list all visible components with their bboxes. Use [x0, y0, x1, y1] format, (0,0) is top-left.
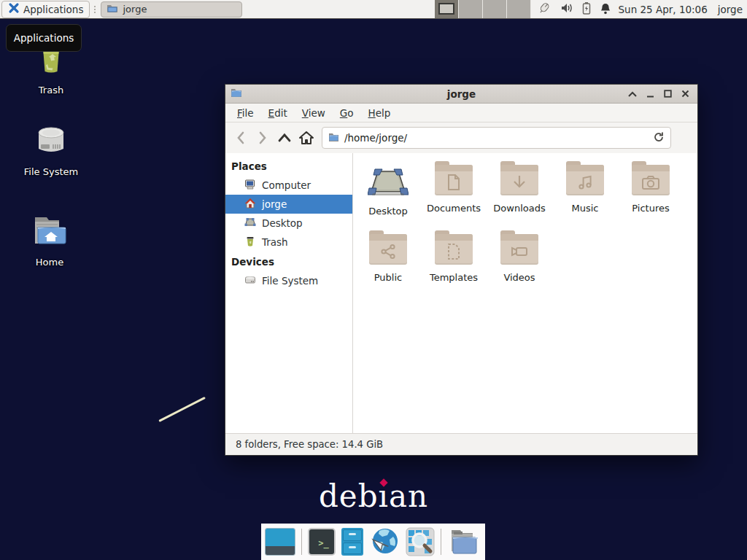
- path-bar[interactable]: /home/jorge/: [322, 127, 671, 149]
- music-folder-icon: [566, 165, 604, 195]
- file-item-documents[interactable]: Documents: [421, 165, 487, 214]
- videos-folder-icon: [500, 234, 538, 265]
- sidebar-places-header: Places: [225, 156, 352, 176]
- panel-handle[interactable]: [92, 3, 98, 16]
- path-input[interactable]: /home/jorge/: [344, 132, 648, 144]
- desktop-icon: [368, 165, 409, 198]
- statusbar-text: 8 folders, Free space: 14.4 GiB: [236, 439, 383, 450]
- show-desktop-icon[interactable]: [265, 528, 295, 556]
- sidebar-item-desktop[interactable]: Desktop: [225, 214, 352, 233]
- sidebar: Places Computer jorge Desktop Trash Devi…: [225, 153, 353, 433]
- templates-folder-icon: [435, 234, 473, 265]
- dock-separator: [301, 529, 302, 555]
- pictures-folder-icon: [632, 165, 670, 195]
- workspace-switcher[interactable]: [435, 0, 531, 18]
- sidebar-item-computer[interactable]: Computer: [225, 176, 352, 195]
- file-item-downloads[interactable]: Downloads: [487, 165, 552, 214]
- terminal-icon[interactable]: >_: [308, 528, 336, 556]
- desktop-icon: [244, 217, 256, 230]
- workspace-window-thumb: [438, 3, 454, 15]
- panel-username[interactable]: jorge: [718, 4, 743, 15]
- menu-file[interactable]: File: [230, 104, 261, 122]
- file-item-music[interactable]: Music: [552, 165, 618, 214]
- computer-icon: [244, 179, 256, 192]
- mouse-icon[interactable]: [537, 1, 551, 17]
- shade-icon[interactable]: [626, 88, 639, 101]
- sidebar-item-jorge[interactable]: jorge: [225, 195, 352, 214]
- titlebar[interactable]: jorge: [225, 85, 697, 104]
- stray-line-artifact: [158, 397, 206, 422]
- desktop-icon-label: File System: [24, 166, 78, 177]
- file-item-label: Downloads: [493, 203, 545, 214]
- file-item-label: Public: [374, 272, 402, 283]
- drive-icon: [244, 274, 256, 288]
- file-item-label: Pictures: [632, 203, 669, 214]
- dock-separator: [441, 529, 441, 555]
- sidebar-devices-header: Devices: [225, 252, 352, 271]
- public-folder-icon: [369, 234, 407, 265]
- dock-panel: >_: [261, 524, 485, 560]
- xfce-logo-icon: [8, 2, 20, 16]
- applications-menu-label: Applications: [23, 4, 83, 15]
- web-browser-icon[interactable]: [369, 526, 400, 557]
- workspace-4[interactable]: [507, 0, 531, 18]
- taskbar-window-label: jorge: [123, 4, 147, 15]
- toolbar: /home/jorge/: [225, 122, 697, 153]
- file-item-label: Templates: [430, 272, 478, 283]
- maximize-icon[interactable]: [661, 88, 674, 101]
- desktop-icon-label: Trash: [39, 85, 63, 96]
- top-panel: Applications jorge Sun 25 Apr, 10:06 jor…: [0, 0, 747, 19]
- menu-edit[interactable]: Edit: [261, 104, 295, 122]
- debian-logo: debıan: [0, 478, 747, 514]
- sidebar-item-label: Computer: [262, 179, 311, 191]
- volume-icon[interactable]: [560, 2, 573, 16]
- desktop-icon-file-system[interactable]: File System: [7, 124, 95, 177]
- file-manager-icon[interactable]: [341, 528, 363, 556]
- minimize-icon[interactable]: [643, 88, 657, 101]
- reload-icon[interactable]: [653, 131, 665, 145]
- trash-icon: [244, 236, 256, 249]
- forward-icon[interactable]: [252, 127, 274, 149]
- file-item-label: Videos: [503, 272, 535, 283]
- desktop-icon-label: Home: [36, 257, 63, 268]
- applications-menu-button[interactable]: Applications: [1, 1, 90, 18]
- bell-icon[interactable]: [600, 2, 611, 17]
- sidebar-item-label: jorge: [262, 198, 287, 210]
- home-nav-icon[interactable]: [295, 127, 317, 149]
- close-icon[interactable]: [678, 88, 692, 101]
- file-item-label: Music: [572, 203, 599, 214]
- sidebar-item-label: Desktop: [262, 217, 303, 229]
- sidebar-item-trash[interactable]: Trash: [225, 233, 352, 252]
- sidebar-item-file-system[interactable]: File System: [225, 271, 352, 290]
- directory-menu-icon[interactable]: [447, 527, 478, 556]
- documents-folder-icon: [435, 165, 473, 195]
- file-item-pictures[interactable]: Pictures: [618, 165, 684, 214]
- menu-go[interactable]: Go: [333, 104, 361, 122]
- back-icon[interactable]: [230, 127, 252, 149]
- file-manager-window: jorge File Edit View Go Help /home/jorge…: [225, 84, 698, 456]
- menu-view[interactable]: View: [295, 104, 333, 122]
- folder-icon: [107, 2, 118, 16]
- file-item-label: Desktop: [368, 206, 408, 217]
- file-item-templates[interactable]: Templates: [421, 234, 487, 283]
- file-item-videos[interactable]: Videos: [487, 234, 552, 283]
- window-body: Places Computer jorge Desktop Trash Devi…: [225, 153, 697, 433]
- app-finder-icon[interactable]: [406, 527, 435, 556]
- workspace-2[interactable]: [459, 0, 483, 18]
- menu-help[interactable]: Help: [361, 104, 398, 122]
- path-folder-icon: [328, 132, 339, 144]
- workspace-1[interactable]: [435, 0, 459, 18]
- up-icon[interactable]: [274, 127, 295, 149]
- debian-logo-text-post: an: [389, 478, 428, 514]
- taskbar-window-button[interactable]: jorge: [101, 1, 242, 18]
- applications-tooltip: Applications: [6, 24, 82, 52]
- debian-logo-text-pre: deb: [319, 478, 379, 514]
- panel-clock[interactable]: Sun 25 Apr, 10:06: [619, 4, 708, 15]
- menubar: File Edit View Go Help: [225, 104, 697, 122]
- file-item-public[interactable]: Public: [355, 234, 421, 283]
- system-tray: [537, 1, 611, 17]
- workspace-3[interactable]: [483, 0, 507, 18]
- file-item-desktop[interactable]: Desktop: [355, 165, 421, 217]
- desktop-icon-home[interactable]: Home: [6, 213, 93, 268]
- battery-icon[interactable]: [582, 1, 591, 17]
